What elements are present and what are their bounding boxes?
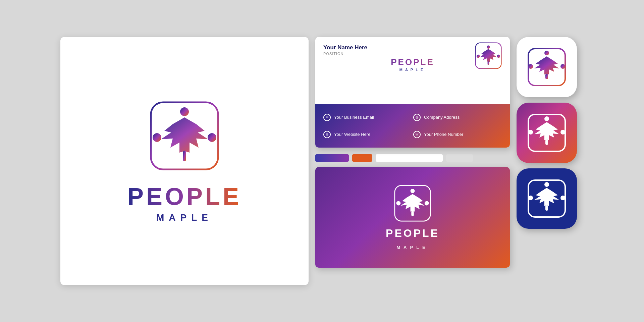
svg-point-3 xyxy=(208,133,216,142)
stack-card-2 xyxy=(352,154,372,162)
svg-point-27 xyxy=(528,196,533,200)
business-card-front: Your Name Here POSITION xyxy=(315,37,510,148)
svg-point-2 xyxy=(153,133,161,142)
address-icon: ◎ xyxy=(413,114,421,121)
stack-card-3 xyxy=(376,154,443,162)
phone-label: Your Phone Number xyxy=(424,132,463,137)
svg-point-1 xyxy=(180,107,189,116)
svg-rect-29 xyxy=(545,205,548,211)
contact-address: ◎ Company Address xyxy=(413,109,502,125)
phone-icon: ☏ xyxy=(413,131,421,138)
svg-rect-9 xyxy=(488,61,489,65)
svg-point-21 xyxy=(544,116,549,121)
svg-rect-14 xyxy=(411,211,414,216)
card-top-section: Your Name Here POSITION xyxy=(315,37,510,104)
email-label: Your Business Email xyxy=(334,115,374,120)
logo-panel: PEOPLE MAPLE xyxy=(60,37,309,285)
stacked-cards xyxy=(315,154,510,162)
card-back-brand-maple: MAPLE xyxy=(396,245,429,250)
card-back-brand-people: PEOPLE xyxy=(386,227,439,239)
website-label: Your Website Here xyxy=(334,132,370,137)
svg-rect-4 xyxy=(183,151,186,161)
svg-rect-24 xyxy=(545,140,548,145)
svg-point-23 xyxy=(560,130,565,135)
email-icon: ✉ xyxy=(323,114,331,121)
svg-point-11 xyxy=(411,189,415,193)
card-logo-small xyxy=(475,42,502,69)
contact-website: ⊕ Your Website Here xyxy=(323,126,412,142)
svg-point-28 xyxy=(560,196,565,200)
svg-point-18 xyxy=(560,64,565,69)
app-icon-warm-gradient xyxy=(517,103,577,163)
svg-point-7 xyxy=(477,55,480,58)
website-icon: ⊕ xyxy=(323,131,331,138)
svg-point-12 xyxy=(396,201,400,206)
svg-point-26 xyxy=(544,182,549,187)
stack-card-1 xyxy=(315,154,349,162)
card-contact-strip: ✉ Your Business Email ◎ Company Address … xyxy=(315,104,510,148)
contact-email: ✉ Your Business Email xyxy=(323,109,412,125)
main-container: PEOPLE MAPLE Your Name Here POSITION xyxy=(54,30,590,292)
right-panel xyxy=(517,37,584,229)
contact-phone: ☏ Your Phone Number xyxy=(413,126,502,142)
business-card-back: PEOPLE MAPLE xyxy=(315,167,510,268)
stack-card-4 xyxy=(446,154,473,162)
svg-point-13 xyxy=(425,201,429,206)
svg-point-6 xyxy=(487,46,490,49)
svg-point-17 xyxy=(528,64,533,69)
svg-rect-19 xyxy=(545,74,548,79)
app-icon-white xyxy=(517,37,577,97)
logo-icon-large xyxy=(148,99,221,173)
svg-point-16 xyxy=(544,51,549,55)
svg-point-22 xyxy=(528,130,533,135)
app-icon-dark-blue xyxy=(517,168,577,229)
logo-text-maple: MAPLE xyxy=(156,212,213,223)
middle-panel: Your Name Here POSITION xyxy=(315,37,510,268)
svg-point-8 xyxy=(497,55,500,58)
address-label: Company Address xyxy=(424,115,460,120)
logo-text-people: PEOPLE xyxy=(127,183,241,210)
card-back-logo xyxy=(394,185,431,222)
